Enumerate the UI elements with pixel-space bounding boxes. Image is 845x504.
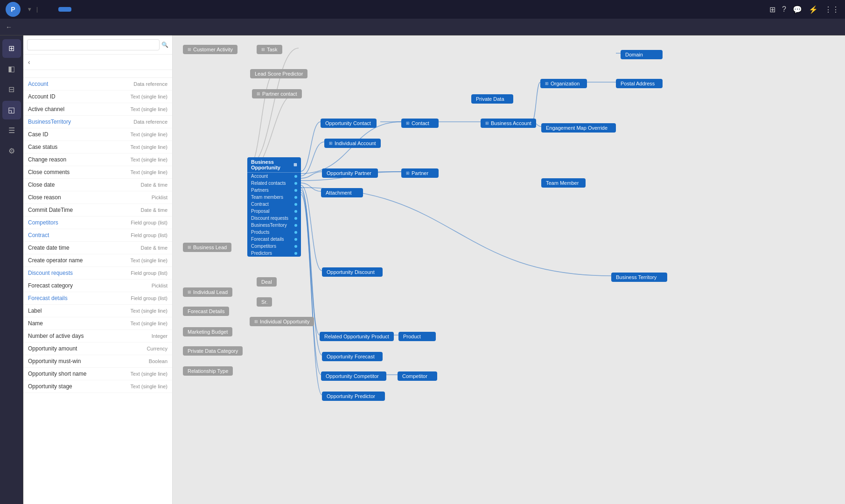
node-sr.[interactable]: Sr. bbox=[257, 297, 272, 307]
main-node-business-opportunity[interactable]: Business Opportunity⊞AccountRelated cont… bbox=[247, 157, 301, 257]
sidebar-field-row[interactable]: Close reasonPicklist bbox=[23, 191, 172, 204]
sidebar-field-row[interactable]: Active channelText (single line) bbox=[23, 103, 172, 116]
field-name[interactable]: Contract bbox=[28, 232, 49, 238]
node-related-opportunity-product[interactable]: Related Opportunity Product bbox=[320, 332, 394, 341]
node-partner[interactable]: ⊞Partner bbox=[401, 168, 439, 178]
overview-icon: ⊞ bbox=[8, 44, 14, 53]
nav-pages[interactable]: ☰ bbox=[2, 121, 21, 140]
sidebar-field-row[interactable]: Case statusText (single line) bbox=[23, 141, 172, 154]
node-lead-score-predictor[interactable]: Lead Score Predictor bbox=[250, 69, 307, 78]
sidebar-field-row[interactable]: ContractField group (list) bbox=[23, 229, 172, 242]
field-name[interactable]: Account bbox=[28, 81, 48, 87]
node-private-data-category[interactable]: Private Data Category bbox=[183, 346, 243, 356]
sidebar-fields-header bbox=[23, 70, 172, 78]
sidebar-field-row[interactable]: CompetitorsField group (list) bbox=[23, 217, 172, 229]
help-icon[interactable]: ? bbox=[782, 5, 786, 14]
node-organization[interactable]: ⊞Organization bbox=[540, 79, 587, 88]
pages-icon: ☰ bbox=[8, 126, 15, 135]
sidebar-field-row[interactable]: Forecast categoryPicklist bbox=[23, 280, 172, 292]
sidebar-field-row[interactable]: Opportunity amountCurrency bbox=[23, 343, 172, 355]
field-type: Text (single line) bbox=[131, 132, 168, 137]
field-name[interactable]: Forecast details bbox=[28, 295, 68, 301]
node-product[interactable]: Product bbox=[398, 332, 436, 341]
sidebar-field-row[interactable]: Case IDText (single line) bbox=[23, 128, 172, 141]
field-name[interactable]: BusinessTerritory bbox=[28, 119, 71, 125]
sidebar-field-row[interactable]: Account IDText (single line) bbox=[23, 91, 172, 103]
chat-icon[interactable]: 💬 bbox=[793, 5, 802, 14]
nav-case-types[interactable]: ◧ bbox=[2, 60, 21, 78]
node-opportunity-predictor[interactable]: Opportunity Predictor bbox=[322, 392, 385, 401]
node-opportunity-forecast[interactable]: Opportunity Forecast bbox=[322, 352, 383, 361]
node-domain[interactable]: Domain bbox=[621, 50, 663, 59]
nav-data[interactable]: ⊟ bbox=[2, 80, 21, 99]
node-individual-opportunity[interactable]: ⊞Individual Opportunity bbox=[250, 317, 314, 326]
sidebar-field-row[interactable]: Discount requestsField group (list) bbox=[23, 267, 172, 280]
sidebar-field-row[interactable]: Create operator nameText (single line) bbox=[23, 254, 172, 267]
node-individual-account[interactable]: ⊞Individual Account bbox=[324, 139, 381, 148]
sidebar-field-row[interactable]: Close commentsText (single line) bbox=[23, 166, 172, 179]
node-opportunity-discount[interactable]: Opportunity Discount bbox=[322, 267, 383, 277]
node-deal[interactable]: Deal bbox=[257, 277, 277, 287]
grid-icon[interactable]: ⊞ bbox=[769, 5, 775, 14]
node-marketing-budget[interactable]: Marketing Budget bbox=[183, 327, 232, 336]
node-opportunity-partner[interactable]: Opportunity Partner bbox=[322, 168, 378, 178]
sidebar-field-row[interactable]: NameText (single line) bbox=[23, 317, 172, 330]
node-field-row: Forecast details bbox=[247, 236, 301, 243]
field-name[interactable]: Discount requests bbox=[28, 270, 73, 276]
apps-icon[interactable]: ⋮⋮ bbox=[824, 5, 839, 14]
field-name: Case status bbox=[28, 144, 57, 150]
node-task[interactable]: ⊞Task bbox=[257, 45, 282, 54]
sidebar-field-row[interactable]: Close dateDate & time bbox=[23, 179, 172, 191]
node-postal-address[interactable]: Postal Address bbox=[616, 79, 663, 88]
canvas-area[interactable]: ⊞Customer Activity⊞TaskLead Score Predic… bbox=[173, 35, 845, 504]
node-relationship-type[interactable]: Relationship Type bbox=[183, 366, 233, 376]
sidebar-field-row[interactable]: Opportunity stageText (single line) bbox=[23, 380, 172, 393]
nav-overview[interactable]: ⊞ bbox=[2, 39, 21, 58]
node-business-account[interactable]: ⊞Business Account bbox=[481, 119, 536, 128]
node-field-row: Contract bbox=[247, 201, 301, 208]
field-name: Opportunity short name bbox=[28, 371, 86, 377]
sidebar-field-row[interactable]: Change reasonText (single line) bbox=[23, 154, 172, 166]
node-private-data[interactable]: Private Data bbox=[471, 94, 513, 104]
appname-chevron[interactable]: ▾ bbox=[28, 6, 31, 13]
sidebar-field-row[interactable]: LabelText (single line) bbox=[23, 305, 172, 317]
sidebar-field-row[interactable]: AccountData reference bbox=[23, 78, 172, 91]
nav-interfaces[interactable]: ◱ bbox=[2, 101, 21, 119]
secondbar-back-button[interactable]: ← bbox=[6, 23, 12, 31]
node-engagement-map-override[interactable]: Engagement Map Override bbox=[541, 123, 616, 133]
node-competitor[interactable]: Competitor bbox=[398, 371, 437, 381]
sidebar-field-row[interactable]: Commit DateTimeDate & time bbox=[23, 204, 172, 217]
field-name: Opportunity must-win bbox=[28, 358, 81, 364]
node-partner-contact[interactable]: ⊞Partner contact bbox=[252, 89, 302, 98]
back-to-preview-button[interactable] bbox=[58, 7, 71, 12]
app-studio-name: ▾ bbox=[26, 6, 31, 13]
node-team-member[interactable]: Team Member bbox=[541, 178, 586, 188]
sidebar-field-row[interactable]: Number of active daysInteger bbox=[23, 330, 172, 343]
settings-icon: ⚙ bbox=[8, 147, 15, 155]
nav-settings[interactable]: ⚙ bbox=[2, 142, 21, 161]
field-name[interactable]: Competitors bbox=[28, 219, 58, 226]
sidebar-field-row[interactable]: Create date timeDate & time bbox=[23, 242, 172, 254]
search-icon[interactable]: 🔍 bbox=[161, 42, 168, 48]
field-name: Change reason bbox=[28, 156, 66, 163]
node-business-lead[interactable]: ⊞Business Lead bbox=[183, 243, 231, 252]
sidebar-field-row[interactable]: Opportunity must-winBoolean bbox=[23, 355, 172, 368]
node-business-territory[interactable]: Business Territory bbox=[611, 273, 667, 282]
sidebar-back-button[interactable]: ‹ bbox=[28, 58, 30, 66]
search-input[interactable] bbox=[27, 39, 160, 50]
sidebar-field-row[interactable]: Opportunity short nameText (single line) bbox=[23, 368, 172, 380]
field-dot bbox=[294, 231, 297, 234]
node-contact[interactable]: ⊞Contact bbox=[401, 119, 439, 128]
lightning-icon[interactable]: ⚡ bbox=[809, 5, 818, 14]
field-dot bbox=[294, 210, 297, 213]
node-opportunity-competitor[interactable]: Opportunity Competitor bbox=[321, 371, 386, 381]
sidebar-field-row[interactable]: Forecast detailsField group (list) bbox=[23, 292, 172, 305]
field-type: Data reference bbox=[133, 119, 168, 125]
node-forecast-details[interactable]: Forecast Details bbox=[183, 307, 229, 316]
node-opportunity-contact[interactable]: Opportunity Contact bbox=[321, 119, 377, 128]
node-attachment[interactable]: Attachment bbox=[321, 188, 363, 197]
sidebar-search-bar: 🔍 bbox=[23, 35, 172, 55]
node-customer-activity[interactable]: ⊞Customer Activity bbox=[183, 45, 237, 54]
node-individual-lead[interactable]: ⊞Individual Lead bbox=[183, 287, 232, 297]
sidebar-field-row[interactable]: BusinessTerritoryData reference bbox=[23, 116, 172, 128]
